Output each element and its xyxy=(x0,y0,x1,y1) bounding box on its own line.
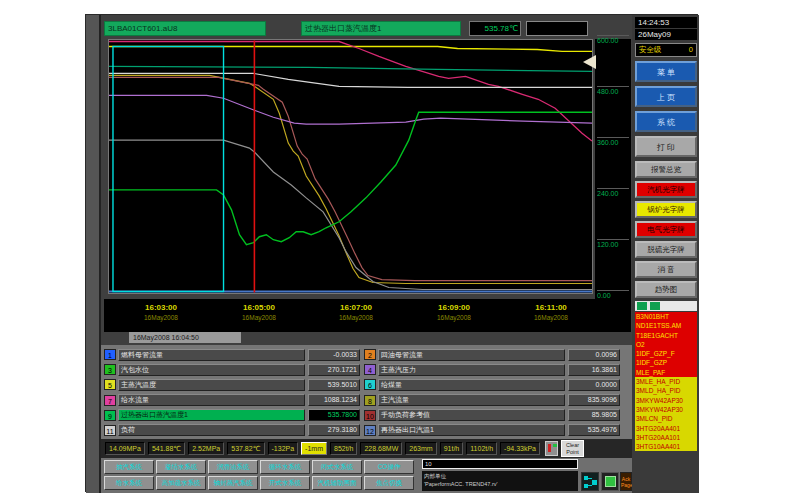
selected-trend-field[interactable]: 过热器出口蒸汽温度1 xyxy=(301,21,461,36)
toolbar-button[interactable]: 抽汽系统 xyxy=(104,460,154,474)
sidebar-button[interactable]: 菜 单 xyxy=(635,61,697,82)
alarm-item[interactable]: 3MKYW42AP30 xyxy=(635,405,697,414)
sidebar-button[interactable]: 打 印 xyxy=(635,136,697,157)
legend-label: 给煤量 xyxy=(378,379,565,391)
legend-color-chip: 1 xyxy=(104,349,116,360)
ack-page-button[interactable]: Ack Page xyxy=(620,472,632,491)
command-input[interactable]: 10 xyxy=(422,459,578,469)
sidebar-button[interactable]: 锅炉光字牌 xyxy=(635,201,697,218)
alarm-item[interactable]: ND1E1TSS.AM xyxy=(635,321,697,330)
legend-row[interactable]: 8主汽流量835.9096 xyxy=(364,394,620,407)
legend-row[interactable]: 3汽包水位270.1721 xyxy=(104,363,360,376)
value-marker-icon[interactable] xyxy=(583,55,596,69)
sidebar-button[interactable]: 电气光字牌 xyxy=(635,221,697,238)
alarm-item[interactable]: 3HTG20AA401 xyxy=(635,424,697,433)
status-value: 228.68MW xyxy=(360,442,402,455)
legend-value: 1088.1234 xyxy=(308,394,360,406)
toolbar-button[interactable]: 焦点切换 xyxy=(364,476,414,490)
legend-row[interactable]: 1燃料母管流量-0.0033 xyxy=(104,348,360,361)
clear-point-button[interactable]: Clear Point xyxy=(561,440,584,457)
alarm-page-prev-icon[interactable] xyxy=(637,302,647,310)
toolbar-button[interactable]: 给水系统 xyxy=(104,476,154,490)
legend-color-chip: 4 xyxy=(364,364,376,375)
alarm-item[interactable]: O2 xyxy=(635,340,697,349)
alarm-item[interactable]: B3N01BHT xyxy=(635,312,697,321)
x-tick-date: 16May2008 xyxy=(419,314,489,321)
legend-row[interactable]: 5主蒸汽温度539.5010 xyxy=(104,378,360,391)
legend-row[interactable]: 4主蒸汽压力16.3861 xyxy=(364,363,620,376)
sidebar-button[interactable]: 消 音 xyxy=(635,261,697,278)
legend-row[interactable]: 10手动负荷参考值85.9805 xyxy=(364,409,620,422)
alarm-item[interactable]: T18E1GACHT xyxy=(635,331,697,340)
clock-time: 14:24:53 xyxy=(635,17,697,28)
legend-row[interactable]: 12再热器出口汽温1535.4976 xyxy=(364,424,620,437)
toolbar-row-1: 抽汽系统凝结水系统润滑油系统循环水系统闭式水系统CO操作 xyxy=(104,460,414,474)
legend-color-chip: 5 xyxy=(104,379,116,390)
monitor-icon[interactable] xyxy=(601,472,619,491)
zoom-selection-box[interactable] xyxy=(113,46,224,291)
sidebar-button[interactable]: 系 统 xyxy=(635,111,697,132)
sidebar-button[interactable]: 脱硫光字牌 xyxy=(635,241,697,258)
legend-label: 给水流量 xyxy=(118,394,305,406)
sidebar-button[interactable]: 趋势图 xyxy=(635,281,697,298)
trend-line-purple-line xyxy=(109,95,592,124)
trend-line-main-steam-temp xyxy=(109,46,592,51)
process-status-bar: 14.09MPa541.88℃2.52MPa537.82℃-132Pa-1mm8… xyxy=(101,439,632,458)
alarm-item[interactable]: 1IDF_GZP_F xyxy=(635,349,697,358)
toolbar-button[interactable]: 开式水系统 xyxy=(260,476,310,490)
toolbar-button[interactable]: 凝结水系统 xyxy=(156,460,206,474)
legend-color-chip: 10 xyxy=(364,410,376,421)
legend-column-right: 2回油母管流量0.00964主蒸汽压力16.38616给煤量0.00008主汽流… xyxy=(364,348,620,439)
alarm-item[interactable]: 3HTG20AA101 xyxy=(635,433,697,442)
alarm-item[interactable]: 3MLE_HA_PID xyxy=(635,377,697,386)
toolbar-button[interactable]: 汽机辅助画面 xyxy=(312,476,362,490)
safety-level-label: 安全级 xyxy=(639,44,662,56)
alarm-item[interactable]: 1IDF_GZP xyxy=(635,358,697,367)
sidebar-button[interactable]: 报警总览 xyxy=(635,161,697,178)
panel-indicator-icon[interactable] xyxy=(545,441,558,456)
x-tick: 16:07:0016May2008 xyxy=(321,303,391,321)
status-value: 263mm xyxy=(405,442,436,455)
legend-value: 16.3861 xyxy=(568,364,620,376)
trend-line-gray-dive xyxy=(109,140,592,289)
aux-value-box xyxy=(526,21,588,36)
legend-label: 回油母管流量 xyxy=(378,349,565,361)
sidebar-button[interactable]: 上 页 xyxy=(635,86,697,107)
legend-label: 主蒸汽压力 xyxy=(378,364,565,376)
toolbar-button[interactable]: 闭式水系统 xyxy=(312,460,362,474)
legend-value: -0.0033 xyxy=(308,349,360,361)
status-value: -132Pa xyxy=(268,442,299,455)
sidebar-button[interactable]: 汽机光字牌 xyxy=(635,181,697,198)
alarm-item[interactable]: MLE_PAF xyxy=(635,368,697,377)
x-tick-date: 16May2008 xyxy=(516,314,586,321)
toolbar-button[interactable]: CO操作 xyxy=(364,460,414,474)
toolbar-button[interactable]: 轴封蒸汽系统 xyxy=(208,476,258,490)
sidebar: 14:24:53 26May09 安全级 0 菜 单上 页系 统打 印报警总览汽… xyxy=(632,15,699,493)
legend-color-chip: 3 xyxy=(104,364,116,375)
y-tick-label: 120.00 xyxy=(597,239,629,248)
screen: 3LBA01CT601.aU8 过热器出口蒸汽温度1 535.78℃ 600.0… xyxy=(0,0,800,500)
toolbar-button[interactable]: 润滑油系统 xyxy=(208,460,258,474)
legend-row[interactable]: 6给煤量0.0000 xyxy=(364,378,620,391)
alarm-item[interactable]: 3MLD_HA_PID xyxy=(635,386,697,395)
command-output: 内部单位 'PaperformACC. TREND47.rv' xyxy=(422,471,578,491)
legend-row[interactable]: 7给水流量1088.1234 xyxy=(104,394,360,407)
alarm-item[interactable]: 3MKYW42AP30 xyxy=(635,396,697,405)
legend-row[interactable]: 9过热器出口蒸汽温度1535.7800 xyxy=(104,409,360,422)
toolbar-button[interactable]: 循环水系统 xyxy=(260,460,310,474)
tag-name-field[interactable]: 3LBA01CT601.aU8 xyxy=(104,21,266,36)
alarm-item[interactable]: 3HTG10AA401 xyxy=(635,442,697,451)
alarm-item[interactable]: 3MLCN_PID xyxy=(635,414,697,423)
legend-label: 过热器出口蒸汽温度1 xyxy=(118,409,305,421)
trend-line-green-line xyxy=(109,112,592,244)
x-tick: 16:11:0016May2008 xyxy=(516,303,586,321)
network-icon[interactable] xyxy=(581,472,599,491)
trend-line-reheat-temp xyxy=(109,42,592,142)
alarm-page-next-icon[interactable] xyxy=(650,302,660,310)
legend-row[interactable]: 11负荷279.3180 xyxy=(104,424,360,437)
main-content: 3LBA01CT601.aU8 过热器出口蒸汽温度1 535.78℃ 600.0… xyxy=(101,15,632,493)
y-tick-label: 480.00 xyxy=(597,86,629,95)
trend-plot[interactable] xyxy=(108,39,593,294)
toolbar-button[interactable]: 高加疏水系统 xyxy=(156,476,206,490)
legend-row[interactable]: 2回油母管流量0.0096 xyxy=(364,348,620,361)
